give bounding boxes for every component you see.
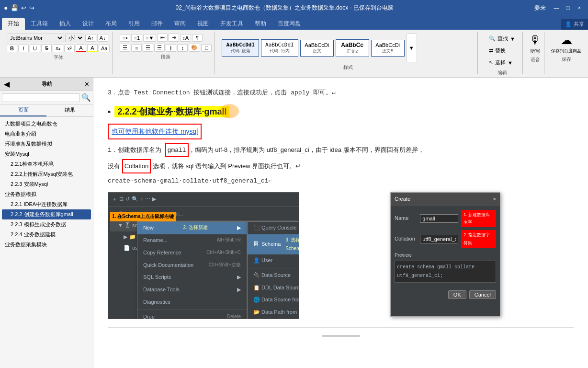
ctx-item-quick-doc[interactable]: Quick DocumentationCtrl+Shift+空格 (137, 259, 247, 272)
sidebar-item-1[interactable]: 电商业务介绍 (2, 129, 91, 139)
ctx-item-sql[interactable]: SQL Scripts▶ (137, 271, 247, 284)
style-body2[interactable]: AaBbCc 正文2 (336, 39, 369, 57)
ok-btn[interactable]: OK (448, 290, 466, 299)
sidebar-expand-btn[interactable]: ◀ (4, 80, 10, 89)
sidebar-close-btn[interactable]: × (85, 80, 89, 89)
select-btn[interactable]: ↖ 选择 ▼ (485, 58, 517, 68)
name-input[interactable] (420, 214, 458, 223)
tab-design[interactable]: 设计 (77, 18, 100, 30)
minimize-btn[interactable]: — (552, 3, 561, 12)
justify-btn[interactable]: ☰ (154, 44, 165, 52)
ctx-item-copy-ref[interactable]: Copy ReferenceCtrl+Alt+Shift+C (137, 247, 247, 259)
grow-icon[interactable]: A↑ (85, 34, 96, 42)
ctx-item-dbtools[interactable]: Database Tools▶ (137, 284, 247, 296)
sub-item-query[interactable]: ⬛ Query ConsoleCtrl+Shift+Q (248, 222, 299, 234)
tab-start[interactable]: 开始 (2, 18, 25, 30)
ctx-item-rename[interactable]: Rename...Alt+Shift+R (137, 234, 247, 247)
font-name-select[interactable]: JetBrains Mor (7, 34, 64, 42)
sub-item-schema[interactable]: 🗄Schema3. 选择新建Schema (248, 234, 299, 254)
style-body[interactable]: AaBbCcDi 正文 (300, 40, 334, 57)
save-icon[interactable]: 💾 (11, 4, 18, 12)
tab-mail[interactable]: 邮件 (146, 18, 169, 30)
strikethrough-btn[interactable]: S̶ (41, 44, 52, 52)
tab-help[interactable]: 帮助 (249, 18, 272, 30)
highlight-btn[interactable]: A (87, 44, 98, 52)
bullets-btn[interactable]: ≡• (120, 34, 130, 42)
title-bar-controls-left[interactable]: ● 💾 ↩ ↪ (4, 4, 34, 12)
dialog-close-btn[interactable]: × (493, 195, 496, 204)
tab-baidu[interactable]: 百度网盘 (272, 18, 306, 30)
sidebar-item-3[interactable]: 安装Mysql (2, 149, 91, 159)
sidebar-tab-results[interactable]: 结果 (46, 104, 93, 116)
listen-label[interactable]: 听写 (531, 48, 540, 55)
sub-item-path[interactable]: 📂 3．点击 Test Connection 按钮测试连接，连接成功后，点击 a… (248, 306, 299, 319)
clear-format-btn[interactable]: Aa (99, 45, 110, 52)
collation-input[interactable] (420, 235, 458, 243)
subscript-btn[interactable]: x₂ (53, 44, 63, 52)
align-center-btn[interactable]: ≡ (131, 44, 142, 52)
tab-view[interactable]: 视图 (192, 18, 215, 30)
find-btn[interactable]: 🔍 查找 ▼ (485, 34, 520, 44)
decrease-indent-btn[interactable]: ⇤ (157, 34, 168, 42)
sub-item-ddl[interactable]: 📋 DDL Data Source (248, 282, 299, 294)
font-size-select[interactable]: 小五 (65, 34, 84, 42)
numbering-btn[interactable]: ≡1 (131, 34, 142, 42)
superscript-btn[interactable]: x² (64, 45, 75, 52)
sub-item-user[interactable]: 👤 User (248, 254, 299, 267)
sidebar-item-12[interactable]: 业务数据采集模块 (2, 240, 91, 250)
sort-btn[interactable]: ↕A (180, 34, 191, 42)
sub-item-url[interactable]: 🌐 Data Source from URL (248, 294, 299, 306)
redo-icon[interactable]: ↪ (29, 4, 34, 12)
style-code-para[interactable]: AaBbCcDdI 代码-段落 (222, 39, 259, 57)
main-content[interactable]: 3．点击 Test Connection 按钮测试连接，连接成功后，点击 app… (93, 78, 588, 368)
multilevel-btn[interactable]: ≡▼ (143, 34, 156, 42)
save-baidu-label[interactable]: 保存到百度网盘 (551, 48, 581, 54)
align-right-btn[interactable]: ☰ (143, 44, 153, 52)
shrink-icon[interactable]: A↓ (97, 34, 108, 42)
ctx-item-new[interactable]: New2. 选择新建▶ (137, 222, 247, 234)
align-left-btn[interactable]: ☰ (120, 44, 130, 52)
tab-insert[interactable]: 插入 (54, 18, 77, 30)
maximize-btn[interactable]: □ (563, 3, 573, 12)
sidebar-item-6[interactable]: 2.2.3 安装Mysql (2, 179, 91, 189)
tab-layout[interactable]: 布局 (100, 18, 123, 30)
undo-icon[interactable]: ↩ (21, 4, 26, 12)
columns-btn[interactable]: ⫿ (166, 44, 176, 52)
styles-scroll-btn[interactable]: ▼ (407, 34, 417, 62)
font-color-btn[interactable]: A (76, 44, 86, 52)
bold-btn[interactable]: B (7, 45, 17, 52)
search-icon[interactable]: 🔍 (81, 93, 91, 102)
cancel-btn[interactable]: Cancel (469, 290, 496, 299)
border-btn[interactable]: □ (201, 44, 212, 52)
sidebar-item-5[interactable]: 2.2.2上传解压Mysql安装包 (2, 169, 91, 179)
increase-indent-btn[interactable]: ⇥ (169, 34, 179, 42)
sidebar-item-7[interactable]: 业务数据模拟 (2, 189, 91, 199)
sub-item-driver-ds[interactable]: 🔧 Driver and Data Source (248, 319, 299, 319)
underline-btn[interactable]: U (30, 45, 40, 52)
sidebar-tab-pages[interactable]: 页面 (0, 104, 46, 116)
sidebar-item-10[interactable]: 2.2.3 模拟生成业务数据 (2, 219, 91, 230)
title-bar-controls-right[interactable]: 姜来 — □ × (534, 3, 584, 12)
sidebar-item-4[interactable]: 2.2.1检查本机环境 (2, 159, 91, 169)
sidebar-item-9[interactable]: 2.2.2 创建业务数据库gmail (2, 209, 91, 219)
close-btn[interactable]: × (575, 3, 584, 12)
ctx-item-drop[interactable]: DropDelete (137, 311, 247, 319)
tab-devtools[interactable]: 开发工具 (215, 18, 249, 30)
sidebar-search-input[interactable] (2, 93, 79, 102)
ctx-item-diagnostics[interactable]: Diagnostics (137, 296, 247, 309)
sidebar-item-11[interactable]: 2.2.4 业务数据建模 (2, 230, 91, 240)
sub-item-datasource[interactable]: 🔌 Data Source (248, 269, 299, 282)
tab-review[interactable]: 审阅 (169, 18, 192, 30)
italic-btn[interactable]: I (18, 45, 29, 52)
shading-btn[interactable]: 🎨 (189, 44, 200, 52)
share-btn[interactable]: 👤共享 (561, 19, 588, 30)
tab-references[interactable]: 引用 (123, 18, 146, 30)
pilcrow-btn[interactable]: ¶ (192, 34, 203, 42)
mysql-link[interactable]: 也可使用其他软件连接 mysql (112, 127, 198, 135)
sidebar-item-8[interactable]: 2.2.1 IDEA中连接数据库 (2, 199, 91, 209)
style-body5[interactable]: AaBbCcDi 正文5 (371, 40, 405, 57)
sidebar-item-0[interactable]: 大数据项目之电商数仓 (2, 119, 91, 129)
sidebar-item-2[interactable]: 环境准备及数据模拟 (2, 139, 91, 149)
tab-toolbox[interactable]: 工具箱 (25, 18, 54, 30)
replace-btn[interactable]: ⇄ 替换 (485, 46, 510, 56)
